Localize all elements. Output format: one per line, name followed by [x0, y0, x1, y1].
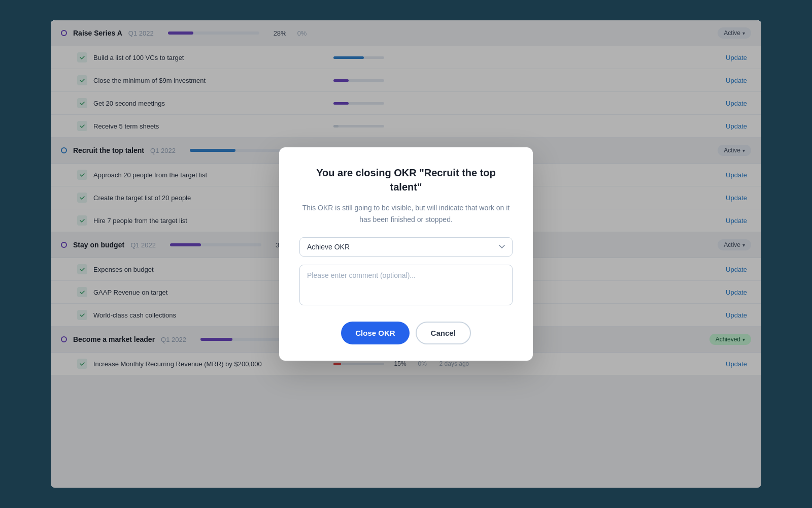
close-okr-button[interactable]: Close OKR: [341, 322, 409, 344]
cancel-button[interactable]: Cancel: [416, 322, 471, 344]
comment-textarea[interactable]: [299, 265, 513, 305]
main-container: Raise Series A Q1 202228%0%Active▾Build …: [51, 20, 761, 488]
close-reason-select[interactable]: Achieve OKR Miss OKR Stop OKR: [299, 237, 513, 257]
modal-actions: Close OKR Cancel: [299, 322, 513, 344]
modal-title: You are closing OKR "Recruit the top tal…: [299, 166, 513, 194]
modal-overlay: You are closing OKR "Recruit the top tal…: [51, 20, 761, 488]
modal-dialog: You are closing OKR "Recruit the top tal…: [279, 147, 533, 361]
modal-description: This OKR is still going to be visible, b…: [299, 202, 513, 225]
